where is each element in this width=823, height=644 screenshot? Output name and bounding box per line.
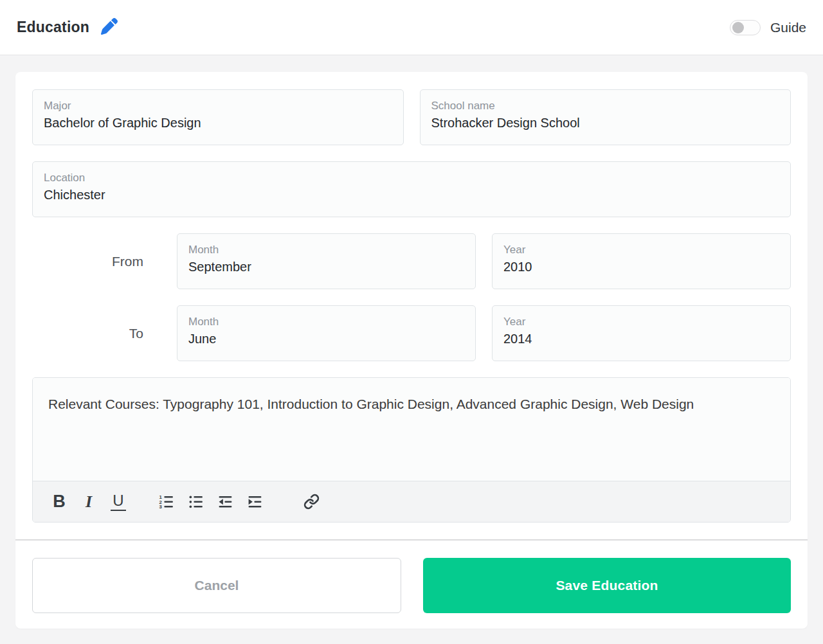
underline-icon: U — [111, 492, 125, 511]
header-title-group: Education — [17, 17, 120, 38]
outdent-icon — [217, 494, 233, 510]
indent-icon — [247, 494, 263, 510]
italic-button[interactable]: I — [74, 487, 104, 517]
svg-text:3: 3 — [159, 504, 162, 510]
indent-button[interactable] — [240, 487, 269, 517]
italic-icon: I — [86, 492, 92, 512]
guide-label: Guide — [770, 20, 806, 35]
major-field-label: Major — [44, 99, 392, 112]
outdent-button[interactable] — [210, 487, 240, 517]
major-field-value: Bachelor of Graphic Design — [44, 114, 392, 132]
cancel-button[interactable]: Cancel — [32, 558, 401, 613]
school-name-field[interactable]: School name Strohacker Design School — [420, 89, 791, 145]
guide-toggle[interactable] — [730, 20, 761, 35]
location-field-label: Location — [44, 171, 779, 184]
guide-control: Guide — [730, 20, 806, 35]
description-editor: Relevant Courses: Typography 101, Introd… — [32, 377, 791, 523]
description-textarea[interactable]: Relevant Courses: Typography 101, Introd… — [33, 378, 790, 481]
location-row: Location Chichester — [32, 161, 791, 217]
to-year-label: Year — [503, 315, 779, 328]
to-month-label: Month — [188, 315, 464, 328]
bold-button[interactable]: B — [44, 487, 74, 517]
major-school-row: Major Bachelor of Graphic Design School … — [32, 89, 791, 145]
page-header: Education Guide — [0, 0, 823, 55]
school-name-field-label: School name — [431, 99, 780, 112]
ordered-list-button[interactable]: 1 2 3 — [151, 487, 181, 517]
from-month-value: September — [188, 258, 464, 276]
from-year-value: 2010 — [503, 258, 779, 276]
date-from-row: From Month September Year 2010 — [32, 233, 791, 289]
description-text: Relevant Courses: Typography 101, Introd… — [48, 392, 704, 416]
guide-toggle-knob — [732, 22, 744, 33]
editor-toolbar: B I U 1 2 3 — [33, 481, 790, 522]
unordered-list-icon — [188, 494, 204, 510]
to-year-field[interactable]: Year 2014 — [492, 305, 791, 361]
from-year-field[interactable]: Year 2010 — [492, 233, 791, 289]
to-month-value: June — [188, 330, 464, 348]
education-form-card: Major Bachelor of Graphic Design School … — [15, 72, 808, 629]
pencil-icon — [101, 18, 118, 37]
location-field-value: Chichester — [44, 186, 779, 204]
school-name-field-value: Strohacker Design School — [431, 114, 780, 132]
link-icon — [303, 494, 320, 510]
page-title: Education — [17, 19, 89, 36]
from-year-label: Year — [503, 243, 779, 256]
bold-icon: B — [53, 492, 66, 512]
insert-link-button[interactable] — [296, 487, 326, 517]
from-label: From — [32, 233, 161, 289]
underline-button[interactable]: U — [104, 487, 133, 517]
major-field[interactable]: Major Bachelor of Graphic Design — [32, 89, 404, 145]
unordered-list-button[interactable] — [181, 487, 210, 517]
from-month-label: Month — [188, 243, 464, 256]
to-year-value: 2014 — [503, 330, 779, 348]
location-field[interactable]: Location Chichester — [32, 161, 791, 217]
from-month-field[interactable]: Month September — [177, 233, 476, 289]
to-month-field[interactable]: Month June — [177, 305, 476, 361]
to-label: To — [32, 305, 161, 361]
form-footer: Cancel Save Education — [32, 558, 791, 613]
footer-divider — [15, 539, 808, 541]
save-education-button[interactable]: Save Education — [423, 558, 791, 613]
ordered-list-icon: 1 2 3 — [158, 494, 174, 510]
date-to-row: To Month June Year 2014 — [32, 305, 791, 361]
edit-title-button[interactable] — [99, 17, 120, 38]
